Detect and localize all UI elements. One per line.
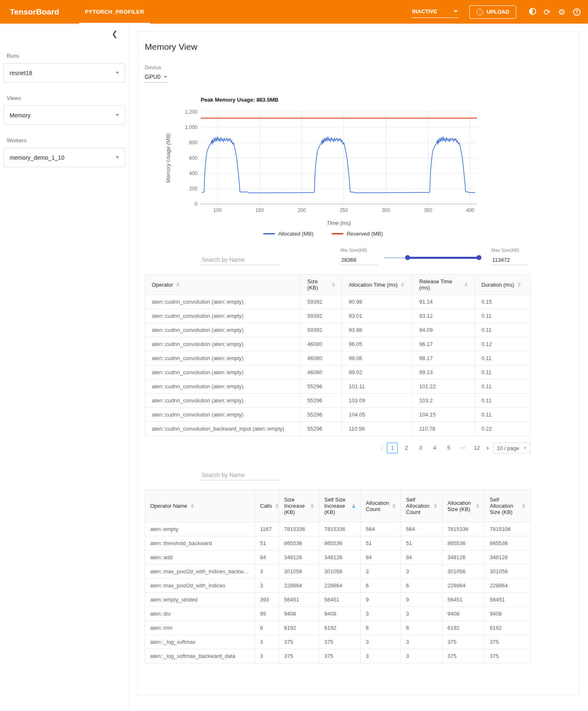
table-cell: 0.11 (475, 309, 531, 323)
table-row: aten::cudnn_convolution (aten::empty)460… (145, 351, 531, 365)
table-cell: 3 (255, 635, 279, 649)
column-title: Allocation Time (ms) (349, 282, 398, 288)
table-cell: 0.11 (475, 351, 531, 365)
filter-row: Min Size(KB) Max Size(KB) (201, 248, 572, 265)
column-title: Operator Name (150, 503, 187, 509)
table-cell: 0.11 (475, 380, 531, 394)
pagination-page-12[interactable]: 12 (471, 443, 482, 453)
table-cell: 6192 (442, 621, 485, 635)
pagination-page-1[interactable]: 1 (387, 443, 398, 453)
table-cell: 9408 (485, 607, 531, 621)
table-cell: 6192 (319, 621, 361, 635)
table-cell: 228864 (319, 579, 361, 593)
table-cell: aten::cudnn_convolution (aten::empty) (145, 380, 301, 394)
pagination-page-5[interactable]: 5 (443, 443, 454, 453)
table-cell: aten::cudnn_convolution (aten::empty) (145, 408, 301, 422)
table-cell: 55296 (301, 408, 342, 422)
sidebar-collapse-button[interactable]: ❮ (112, 29, 118, 39)
sort-icon (476, 504, 479, 508)
table-cell: 348126 (319, 550, 361, 565)
pagination-prev[interactable]: ‹ (379, 443, 384, 453)
reload-button[interactable]: ⟳ (544, 8, 551, 16)
table-cell: 3 (401, 607, 442, 621)
legend-item: Allocated (MB) (263, 231, 313, 237)
table-row: aten::cudnn_convolution (aten::empty)552… (145, 394, 531, 408)
max-size-input[interactable] (491, 255, 529, 265)
table-cell: aten::cudnn_convolution (aten::empty) (145, 295, 301, 309)
column-header[interactable]: Operator (145, 275, 301, 295)
column-header[interactable]: Allocation Time (ms) (342, 275, 413, 295)
runs-select[interactable]: resnet18 (3, 63, 125, 83)
column-header[interactable]: Size Increase (KB) (279, 490, 319, 522)
slider-handle-min[interactable] (405, 255, 410, 260)
table-cell: 375 (279, 649, 319, 663)
table-row: aten::add843481263481268484348126348126 (145, 550, 531, 565)
column-header[interactable]: Self Allocation Size (KB) (485, 490, 531, 522)
status-select[interactable]: INACTIVE (411, 6, 459, 18)
upload-icon: ↑ (476, 9, 483, 15)
table-row: aten::div99940894083394089408 (145, 607, 531, 621)
tab-pytorch-profiler[interactable]: PYTORCH_PROFILER (79, 0, 150, 24)
table-cell: 110.56 (342, 422, 413, 436)
help-button[interactable]: ? (573, 8, 581, 16)
upload-button[interactable]: ↑ UPLOAD (469, 5, 516, 19)
sort-icon (434, 504, 437, 508)
table-cell: 56451 (485, 593, 531, 607)
size-range-slider[interactable] (384, 255, 479, 260)
column-header[interactable]: Self Allocation Count (401, 490, 442, 522)
table-row: aten::empty_strided393564515645199564515… (145, 593, 531, 607)
table-cell: aten::add (145, 550, 255, 565)
chart-legend: Allocated (MB)Reserved (MB) (163, 231, 483, 237)
workers-select-value: memory_demo_1_10 (10, 154, 64, 161)
column-header[interactable]: Size (KB) (301, 275, 342, 295)
table-cell: 9408 (442, 607, 485, 621)
table-cell: 375 (485, 635, 531, 649)
device-select[interactable]: GPU0 (145, 71, 168, 83)
table-cell: 6192 (279, 621, 319, 635)
table-cell: 0.11 (475, 365, 531, 380)
settings-button[interactable]: ⚙ (558, 8, 566, 16)
min-size-input[interactable] (340, 255, 378, 265)
column-header[interactable]: Allocation Size (KB) (442, 490, 485, 522)
table-cell: 3 (255, 579, 279, 593)
table-cell: 110.78 (413, 422, 475, 436)
column-header[interactable]: Self Size Increase (KB) (319, 490, 361, 522)
table-cell: 0.11 (475, 408, 531, 422)
theme-toggle-button[interactable] (529, 8, 536, 16)
pagination-page-4[interactable]: 4 (429, 443, 440, 453)
table-cell: 7815336 (485, 522, 531, 536)
table-cell: 46080 (301, 351, 342, 365)
table-cell: 46080 (301, 365, 342, 380)
table-cell: 84 (401, 550, 442, 565)
pagination-next[interactable]: › (486, 443, 490, 453)
views-select[interactable]: Memory (3, 105, 125, 125)
pagination-page-3[interactable]: 3 (415, 443, 426, 453)
table-cell: 6 (255, 621, 279, 635)
chart-title: Peak Memory Usage: 883.5MB (201, 97, 483, 103)
column-header[interactable]: Release Time (ms) (413, 275, 475, 295)
memory-usage-chart[interactable]: 10015020025030035040002004006008001,0001… (163, 106, 483, 227)
table-cell: 101.22 (413, 380, 475, 394)
column-title: Self Size Increase (KB) (324, 497, 349, 515)
svg-text:0: 0 (194, 201, 197, 207)
stats-search-input[interactable] (201, 470, 280, 480)
slider-track[interactable] (408, 257, 479, 259)
gear-icon: ⚙ (558, 7, 566, 17)
page-size-select[interactable]: 10 / page (493, 443, 530, 453)
search-input[interactable] (201, 255, 280, 265)
column-header[interactable]: Allocation Count (361, 490, 401, 522)
table-cell: 9408 (319, 607, 361, 621)
column-header[interactable]: Operator Name (145, 490, 255, 522)
table-cell: 93.12 (413, 309, 475, 323)
allocations-table-body: aten::cudnn_convolution (aten::empty)593… (145, 295, 531, 436)
pagination-page-2[interactable]: 2 (401, 443, 412, 453)
column-header[interactable]: Duration (ms) (475, 275, 531, 295)
table-cell: aten::cudnn_convolution (aten::empty) (145, 394, 301, 408)
table-cell: 98.06 (342, 351, 413, 365)
column-header[interactable]: Calls (255, 490, 279, 522)
table-cell: 301056 (485, 565, 531, 579)
slider-handle-max[interactable] (476, 255, 481, 260)
workers-select[interactable]: memory_demo_1_10 (3, 148, 125, 167)
table-cell: 59392 (301, 295, 342, 309)
column-title: Size Increase (KB) (284, 497, 307, 515)
